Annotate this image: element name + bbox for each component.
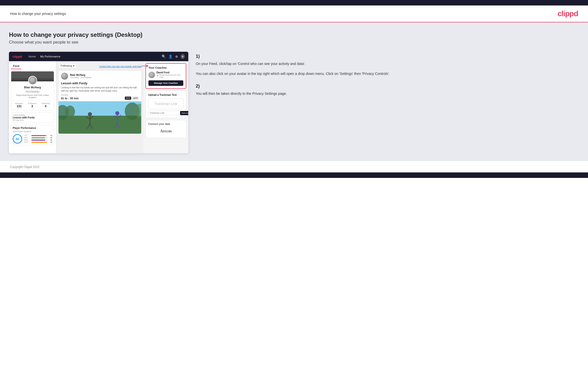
- post-duration-label: Duration: [59, 94, 141, 97]
- right-panel: Your Coaches David Ford 📍 Royal North De…: [143, 61, 188, 153]
- app-logo: clippd: [12, 55, 22, 58]
- instruction-1-text: On your Feed, click/tap on 'Control who …: [196, 61, 579, 66]
- post-author-meta: Yesterday · Sunningdale: [70, 76, 91, 79]
- post-description: Looking to feel like my hands are exitin…: [59, 86, 141, 94]
- clippd-logo: clippd: [558, 9, 578, 18]
- stat-activities-value: 131: [15, 105, 23, 108]
- coach-item: David Ford 📍 Royal North Devon Golf Club: [148, 71, 183, 78]
- instruction-2-number: 2): [196, 84, 579, 89]
- tpq-row-app: APP 85: [24, 137, 52, 139]
- instruction-1-extra: You can also click on your avatar in the…: [196, 71, 579, 76]
- coach-avatar: [148, 72, 155, 78]
- avatar-icon[interactable]: ▾: [181, 54, 185, 59]
- coach-club: 📍 Royal North Devon Golf Club: [156, 74, 183, 78]
- svg-point-3: [65, 105, 75, 118]
- post-title: Lesson with Fordy: [59, 82, 141, 86]
- svg-point-6: [88, 112, 92, 116]
- coach-name: David Ford: [156, 71, 183, 74]
- app-body: Feed Blair McHarg Plus Handicap Royal No…: [9, 61, 188, 153]
- connect-title: Connect your data: [148, 123, 184, 125]
- stat-activities: Activities 131: [15, 102, 23, 108]
- latest-activity-label: Latest Activity: [13, 114, 52, 116]
- header: How to change your privacy settings clip…: [0, 5, 588, 22]
- trackman-placeholder-box: Trackman Link: [148, 98, 184, 109]
- post-image: [59, 101, 141, 134]
- stat-followers-label: Followers: [28, 102, 36, 105]
- stat-following: Following 4: [41, 102, 50, 108]
- profile-badge: Plus Handicap: [25, 90, 40, 93]
- manage-coaches-button[interactable]: Manage Your Coaches: [148, 80, 183, 86]
- coaches-title: Your Coaches: [148, 66, 183, 69]
- post-duration-value: 01 hr : 30 min OTT APP: [59, 97, 141, 101]
- instruction-2-text: You will then be taken directly to the P…: [196, 91, 579, 96]
- app-navbar: clippd Home My Performance 🔍 👤 ⊕ ▾: [9, 52, 188, 61]
- search-icon[interactable]: 🔍: [162, 54, 166, 58]
- instruction-2: 2) You will then be taken directly to th…: [196, 84, 579, 96]
- tpq-circle: 92: [13, 134, 22, 144]
- bottom-bar: [0, 172, 588, 178]
- player-performance: Player Performance Total Player Quality …: [11, 125, 54, 145]
- feed-header: Following ▾ Control who can see your act…: [58, 63, 141, 68]
- post-author-name: Blair McHarg: [70, 74, 91, 76]
- content-area: clippd Home My Performance 🔍 👤 ⊕ ▾ Feed: [9, 52, 579, 153]
- nav-link-home[interactable]: Home: [28, 55, 36, 58]
- stat-following-value: 4: [41, 105, 50, 108]
- profile-stats: Activities 131 Followers 3 Following 4: [13, 101, 52, 108]
- stat-activities-label: Activities: [15, 102, 23, 105]
- latest-activity-date: 03 Aug 2022: [13, 119, 52, 121]
- app-sidebar: Feed Blair McHarg Plus Handicap Royal No…: [9, 61, 56, 153]
- stat-following-label: Following: [41, 102, 50, 105]
- svg-point-12: [115, 111, 119, 115]
- feed-tab[interactable]: Feed: [11, 63, 21, 69]
- nav-link-performance[interactable]: My Performance: [40, 55, 61, 58]
- avatar: [28, 76, 37, 85]
- latest-activity: Latest Activity Lesson with Fordy 03 Aug…: [11, 112, 54, 123]
- tpq-row-putt: PUTT 96: [24, 141, 52, 143]
- tpq-row-ott: OTT 90: [24, 135, 52, 136]
- instructions-panel: 1) On your Feed, click/tap on 'Control w…: [196, 52, 579, 105]
- app-screenshot: clippd Home My Performance 🔍 👤 ⊕ ▾ Feed: [9, 52, 188, 153]
- coaches-card: Your Coaches David Ford 📍 Royal North De…: [145, 63, 186, 89]
- trackman-title: Upload a Trackman Test: [148, 94, 184, 96]
- page-heading: How to change your privacy settings (Des…: [9, 31, 579, 38]
- following-button[interactable]: Following ▾: [58, 63, 77, 68]
- location-icon: 📍: [156, 75, 159, 77]
- add-icon[interactable]: ⊕: [175, 54, 178, 58]
- instruction-1-number: 1): [196, 54, 579, 59]
- profile-name: Blair McHarg: [13, 86, 52, 89]
- player-perf-title: Player Performance: [13, 127, 52, 129]
- arccos-label: Arccos: [148, 127, 184, 135]
- trackman-card: Upload a Trackman Test Trackman Link Add…: [145, 91, 186, 118]
- connect-card: Connect your data Arccos: [145, 120, 186, 138]
- control-link[interactable]: Control who can see your activity and da…: [99, 65, 141, 68]
- post-header: Blair McHarg Yesterday · Sunningdale: [59, 71, 141, 82]
- trackman-placeholder-text: Trackman Link: [154, 102, 177, 106]
- main-feed: Following ▾ Control who can see your act…: [56, 61, 143, 153]
- profile-cover: [11, 71, 54, 81]
- red-arrow-indicator: [141, 65, 148, 67]
- instruction-1: 1) On your Feed, click/tap on 'Control w…: [196, 54, 579, 77]
- top-bar: [0, 0, 588, 5]
- latest-activity-title: Lesson with Fordy: [13, 116, 52, 119]
- tpq-bars: OTT 90 APP 85 ARG: [24, 135, 52, 143]
- trackman-input-row: Add Link: [148, 111, 184, 115]
- post-duration-time: 01 hr : 30 min: [61, 97, 79, 100]
- stat-followers-value: 3: [28, 105, 36, 108]
- person-icon[interactable]: 👤: [168, 54, 173, 58]
- post-avatar: [61, 73, 68, 80]
- trackman-link-input[interactable]: [148, 111, 179, 115]
- tag-app: APP: [132, 97, 139, 100]
- profile-club: Royal North Devon Golf Club, United King…: [13, 94, 52, 99]
- add-link-button[interactable]: Add Link: [180, 111, 188, 115]
- tpq-label: Total Player Quality ℹ: [13, 130, 52, 133]
- tpq-row-arg: ARG 86: [24, 139, 52, 141]
- footer: Copyright Clippd 2022: [0, 161, 588, 172]
- post-card: Blair McHarg Yesterday · Sunningdale Les…: [58, 70, 141, 134]
- profile-card: Blair McHarg Plus Handicap Royal North D…: [11, 71, 54, 110]
- page-subheading: Choose what you want people to see: [9, 40, 579, 45]
- stat-followers: Followers 3: [28, 102, 36, 108]
- main-content: How to change your privacy settings (Des…: [0, 22, 588, 161]
- header-title: How to change your privacy settings: [10, 12, 66, 16]
- footer-copyright: Copyright Clippd 2022: [10, 165, 40, 169]
- tag-ott: OTT: [125, 97, 131, 100]
